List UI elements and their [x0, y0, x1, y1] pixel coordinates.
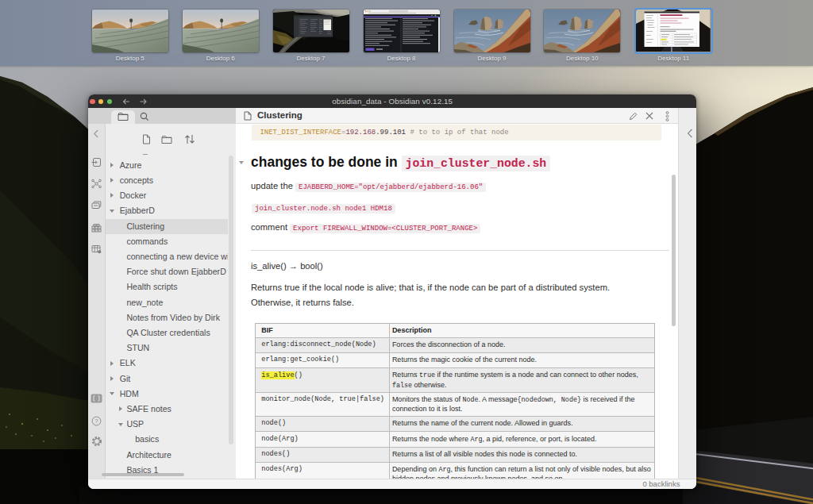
svg-text:?: ?	[95, 417, 99, 425]
